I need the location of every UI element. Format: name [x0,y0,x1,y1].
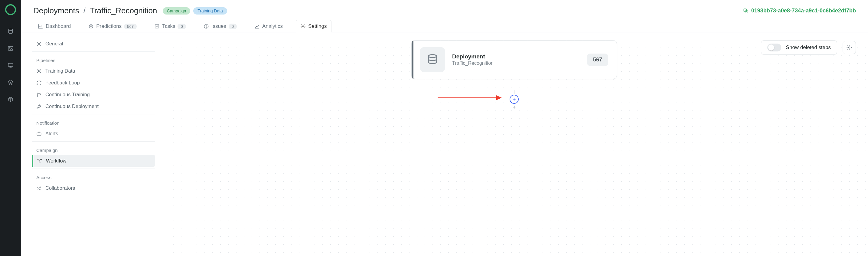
sidebar-group-notification: Notification [32,116,155,128]
tab-label: Analytics [262,23,283,29]
settings-sidebar: General Pipelines Training Data Feedback… [21,32,166,256]
sidebar-item-label: Continuous Training [45,92,90,97]
sidebar-item-label: Workflow [46,158,66,164]
plus-icon [512,97,517,102]
canvas-controls: Show deleted steps [761,40,856,55]
sidebar-item-label: Feedback Loop [45,80,80,86]
tab-analytics[interactable]: Analytics [250,20,287,32]
svg-point-0 [8,29,12,31]
svg-point-2 [9,48,10,49]
sidebar-group-pipelines: Pipelines [32,54,155,65]
tab-issues[interactable]: Issues 0 [199,20,241,32]
sidebar-item-feedback-loop[interactable]: Feedback Loop [32,77,155,89]
sidebar-item-alerts[interactable]: Alerts [32,128,155,140]
copy-icon [743,8,749,14]
database-icon[interactable] [7,28,14,35]
target-icon [88,24,94,29]
checklist-icon [154,24,160,29]
svg-point-15 [37,96,38,96]
connector-line [514,90,515,94]
add-step-button[interactable] [509,95,519,104]
sidebar-group-access: Access [32,171,155,182]
branch-icon [36,92,42,97]
rail-nav [7,28,14,103]
tag-training-data: Training Data [193,7,227,15]
svg-point-11 [303,26,304,27]
sidebar-item-continuous-deployment[interactable]: Continuous Deployment [32,101,155,112]
breadcrumb-leaf[interactable]: Traffic_Recognition [90,6,157,16]
tab-predictions[interactable]: Predictions 567 [84,20,141,32]
breadcrumb-separator: / [84,6,86,16]
breadcrumb: Deployments / Traffic_Recognition Campai… [33,6,227,16]
svg-point-13 [37,69,41,73]
svg-point-22 [38,187,39,188]
toggle-show-deleted-steps[interactable]: Show deleted steps [761,40,837,55]
annotation-arrow [438,97,501,98]
workflow-icon [37,158,42,164]
canvas-settings-button[interactable] [843,41,856,54]
deployment-id-text: 0193bb73-a0e8-734a-a9c1-0c6b4e2df7bb [751,7,856,14]
svg-rect-8 [155,25,159,28]
sidebar-separator [32,114,155,114]
presentation-icon[interactable] [7,62,14,69]
tag-campaign: Campaign [163,7,190,15]
gear-icon [300,24,306,29]
sidebar-separator [32,141,155,142]
svg-point-21 [39,162,40,163]
arrow-down-icon [512,105,517,110]
main-area: Deployments / Traffic_Recognition Campai… [21,0,868,256]
svg-point-6 [89,25,93,28]
tab-count: 0 [178,24,186,29]
image-icon[interactable] [7,45,14,52]
sidebar-item-label: General [45,41,63,47]
tab-tasks[interactable]: Tasks 0 [150,20,190,32]
svg-rect-3 [8,63,13,66]
header-tags: Campaign Training Data [163,7,227,15]
sidebar-item-label: Collaborators [45,185,75,191]
svg-point-24 [849,47,850,49]
users-icon [36,186,42,191]
gear-icon [846,45,852,51]
chart-line-icon [38,24,43,29]
sidebar-item-label: Alerts [45,131,58,137]
sidebar-item-continuous-training[interactable]: Continuous Training [32,89,155,101]
sidebar-separator [32,169,155,169]
sidebar-item-training-data[interactable]: Training Data [32,65,155,77]
svg-point-25 [429,54,437,57]
svg-point-12 [38,43,40,45]
app-logo[interactable] [5,4,16,15]
tab-count: 0 [229,24,237,29]
workflow-canvas[interactable]: Show deleted steps Deployment Traffic_Re… [166,32,868,256]
svg-rect-18 [37,133,41,136]
workflow-node-deployment[interactable]: Deployment Traffic_Recognition 567 [411,40,617,79]
workflow-node-count: 567 [587,54,608,66]
database-icon [420,47,445,72]
breadcrumb-root[interactable]: Deployments [33,6,79,16]
deployment-id-copy[interactable]: 0193bb73-a0e8-734a-a9c1-0c6b4e2df7bb [743,7,856,14]
tab-label: Issues [211,23,226,29]
toggle-switch[interactable] [767,44,781,52]
box-icon[interactable] [7,96,14,103]
play-circle-icon [36,68,42,74]
sidebar-item-label: Training Data [45,68,75,74]
sidebar-item-workflow[interactable]: Workflow [32,155,155,167]
workflow-node-text: Deployment Traffic_Recognition [452,53,580,66]
svg-point-7 [90,26,92,27]
layers-icon[interactable] [7,79,14,86]
workflow-node-subtitle: Traffic_Recognition [452,60,580,66]
tab-count: 567 [124,24,137,29]
tab-label: Dashboard [46,23,71,29]
svg-point-10 [206,27,206,28]
tab-dashboard[interactable]: Dashboard [33,20,75,32]
tab-settings[interactable]: Settings [296,20,331,32]
svg-point-14 [37,93,38,94]
sidebar-item-general[interactable]: General [32,38,155,50]
gear-icon [36,41,42,47]
briefcase-icon [36,131,42,137]
alert-circle-icon [204,24,209,29]
toggle-label: Show deleted steps [786,45,831,51]
sidebar-item-collaborators[interactable]: Collaborators [32,182,155,194]
sidebar-group-campaign: Campaign [32,143,155,155]
connector-arrow-down [512,105,517,111]
rocket-icon [36,104,42,109]
